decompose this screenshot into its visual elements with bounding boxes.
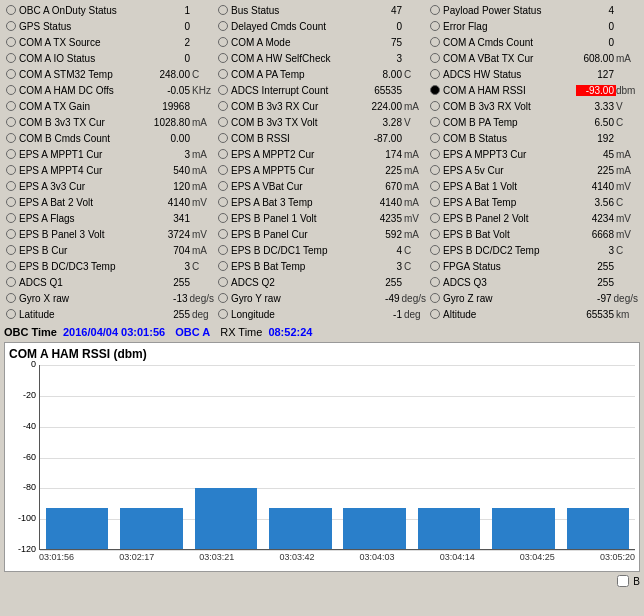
radio-indicator[interactable] — [6, 133, 16, 143]
radio-indicator[interactable] — [218, 181, 228, 191]
y-axis-label: -120 — [18, 544, 36, 554]
field-value: 670 — [364, 181, 404, 192]
field-value: -49 — [362, 293, 402, 304]
field-value: 3.56 — [576, 197, 616, 208]
gridline — [40, 396, 635, 397]
radio-indicator[interactable] — [6, 293, 16, 303]
radio-indicator[interactable] — [430, 165, 440, 175]
field-value: 1 — [152, 5, 192, 16]
radio-indicator[interactable] — [218, 53, 228, 63]
field-value: -1 — [364, 309, 404, 320]
radio-indicator[interactable] — [6, 69, 16, 79]
radio-indicator[interactable] — [218, 245, 228, 255]
radio-indicator[interactable] — [218, 21, 228, 31]
radio-indicator[interactable] — [6, 213, 16, 223]
radio-indicator[interactable] — [430, 101, 440, 111]
radio-indicator[interactable] — [430, 293, 440, 303]
radio-indicator[interactable] — [218, 309, 228, 319]
radio-indicator[interactable] — [430, 69, 440, 79]
radio-indicator[interactable] — [430, 229, 440, 239]
field-value: 3 — [152, 261, 192, 272]
field-value: 6668 — [576, 229, 616, 240]
radio-indicator[interactable] — [430, 133, 440, 143]
radio-indicator[interactable] — [6, 309, 16, 319]
radio-indicator[interactable] — [218, 277, 228, 287]
radio-indicator[interactable] — [6, 5, 16, 15]
radio-indicator[interactable] — [430, 85, 440, 95]
radio-indicator[interactable] — [6, 37, 16, 47]
radio-indicator[interactable] — [218, 213, 228, 223]
field-value: 3 — [576, 245, 616, 256]
field-label: EPS B DC/DC2 Temp — [443, 245, 576, 256]
field-value: 6.50 — [576, 117, 616, 128]
field-value: 255 — [152, 277, 192, 288]
gridline — [40, 488, 635, 489]
field-value: 75 — [364, 37, 404, 48]
radio-indicator[interactable] — [430, 117, 440, 127]
radio-indicator[interactable] — [6, 149, 16, 159]
radio-indicator[interactable] — [6, 21, 16, 31]
field-label: ADCS Q1 — [19, 277, 152, 288]
field-value: 0 — [152, 53, 192, 64]
radio-indicator[interactable] — [430, 213, 440, 223]
data-row: EPS B Bat Temp3C — [216, 258, 428, 274]
field-label: EPS A Flags — [19, 213, 152, 224]
radio-indicator[interactable] — [430, 53, 440, 63]
radio-indicator[interactable] — [218, 37, 228, 47]
data-grid: OBC A OnDuty Status1GPS Status0COM A TX … — [4, 2, 640, 322]
radio-indicator[interactable] — [430, 37, 440, 47]
data-row: COM A HAM DC Offs-0.05KHz — [4, 82, 216, 98]
radio-indicator[interactable] — [218, 5, 228, 15]
radio-indicator[interactable] — [430, 309, 440, 319]
field-value: 341 — [152, 213, 192, 224]
chart-bar — [418, 508, 480, 549]
radio-indicator[interactable] — [430, 149, 440, 159]
radio-indicator[interactable] — [430, 5, 440, 15]
field-value: 3724 — [152, 229, 192, 240]
radio-indicator[interactable] — [218, 133, 228, 143]
radio-indicator[interactable] — [6, 261, 16, 271]
field-label: Payload Power Status — [443, 5, 576, 16]
radio-indicator[interactable] — [218, 165, 228, 175]
field-label: COM A STM32 Temp — [19, 69, 152, 80]
radio-indicator[interactable] — [218, 149, 228, 159]
radio-indicator[interactable] — [430, 21, 440, 31]
radio-indicator[interactable] — [6, 229, 16, 239]
radio-indicator[interactable] — [430, 277, 440, 287]
radio-indicator[interactable] — [430, 245, 440, 255]
field-value: 592 — [364, 229, 404, 240]
radio-indicator[interactable] — [218, 117, 228, 127]
radio-indicator[interactable] — [430, 197, 440, 207]
radio-indicator[interactable] — [6, 85, 16, 95]
radio-indicator[interactable] — [218, 197, 228, 207]
field-label: OBC A OnDuty Status — [19, 5, 152, 16]
field-unit: C — [616, 117, 638, 128]
radio-indicator[interactable] — [218, 69, 228, 79]
radio-indicator[interactable] — [218, 261, 228, 271]
radio-indicator[interactable] — [6, 181, 16, 191]
radio-indicator[interactable] — [218, 85, 228, 95]
field-unit: dbm — [616, 85, 638, 96]
radio-indicator[interactable] — [6, 165, 16, 175]
radio-indicator[interactable] — [6, 53, 16, 63]
radio-indicator[interactable] — [430, 181, 440, 191]
field-label: EPS B DC/DC3 Temp — [19, 261, 152, 272]
radio-indicator[interactable] — [6, 117, 16, 127]
y-axis-label: -100 — [18, 513, 36, 523]
y-axis: 0-20-40-60-80-100-120 — [9, 365, 39, 550]
radio-indicator[interactable] — [6, 101, 16, 111]
field-label: GPS Status — [19, 21, 152, 32]
radio-indicator[interactable] — [6, 277, 16, 287]
radio-indicator[interactable] — [218, 101, 228, 111]
chart-title: COM A HAM RSSI (dbm) — [9, 347, 635, 361]
radio-indicator[interactable] — [218, 229, 228, 239]
radio-indicator[interactable] — [430, 261, 440, 271]
field-label: ADCS Q2 — [231, 277, 364, 288]
radio-indicator[interactable] — [218, 293, 228, 303]
radio-indicator[interactable] — [6, 197, 16, 207]
data-row: Gyro Y raw-49deg/s — [216, 290, 428, 306]
field-label: EPS B Bat Temp — [231, 261, 364, 272]
field-label: EPS A MPPT3 Cur — [443, 149, 576, 160]
radio-indicator[interactable] — [6, 245, 16, 255]
b-checkbox[interactable] — [617, 575, 629, 587]
